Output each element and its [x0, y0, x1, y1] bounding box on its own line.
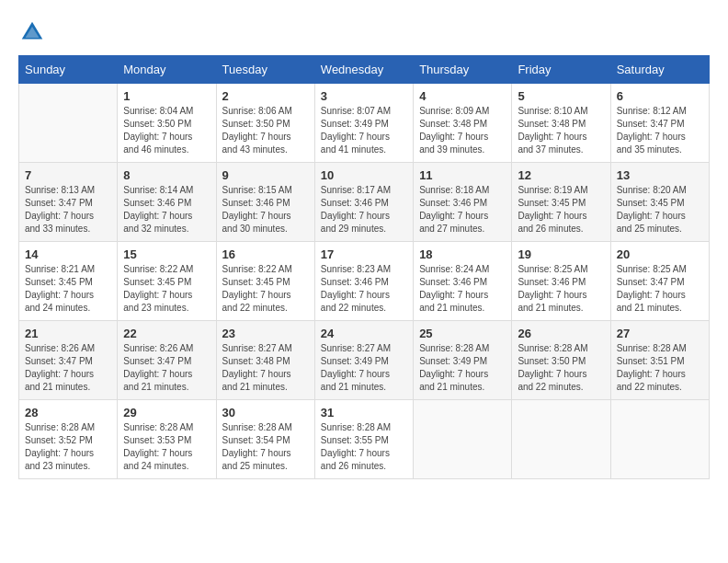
day-info: Sunrise: 8:09 AMSunset: 3:48 PMDaylight:…	[419, 105, 506, 156]
day-number: 22	[123, 327, 210, 340]
calendar-week-row: 21Sunrise: 8:26 AMSunset: 3:47 PMDayligh…	[19, 321, 710, 400]
day-number: 3	[321, 89, 407, 103]
day-info: Sunrise: 8:25 AMSunset: 3:46 PMDaylight:…	[518, 263, 604, 315]
calendar-cell: 19Sunrise: 8:25 AMSunset: 3:46 PMDayligh…	[512, 242, 610, 321]
calendar-cell: 25Sunrise: 8:28 AMSunset: 3:49 PMDayligh…	[414, 321, 512, 400]
day-info: Sunrise: 8:28 AMSunset: 3:53 PMDaylight:…	[123, 421, 210, 473]
day-info: Sunrise: 8:19 AMSunset: 3:45 PMDaylight:…	[518, 184, 604, 236]
day-number: 11	[419, 168, 506, 182]
calendar-cell: 31Sunrise: 8:28 AMSunset: 3:55 PMDayligh…	[314, 400, 413, 479]
day-info: Sunrise: 8:24 AMSunset: 3:46 PMDaylight:…	[419, 263, 506, 315]
calendar-cell: 29Sunrise: 8:28 AMSunset: 3:53 PMDayligh…	[118, 400, 216, 479]
calendar-cell	[512, 400, 610, 479]
day-number: 25	[419, 327, 506, 340]
day-info: Sunrise: 8:28 AMSunset: 3:55 PMDaylight:…	[321, 421, 407, 473]
calendar-cell: 12Sunrise: 8:19 AMSunset: 3:45 PMDayligh…	[512, 163, 610, 242]
calendar-cell: 18Sunrise: 8:24 AMSunset: 3:46 PMDayligh…	[414, 242, 512, 321]
logo	[18, 18, 50, 46]
day-header-sunday: Sunday	[19, 56, 118, 84]
day-number: 1	[123, 89, 210, 103]
day-header-monday: Monday	[118, 56, 216, 84]
day-number: 19	[518, 247, 604, 261]
calendar-cell: 2Sunrise: 8:06 AMSunset: 3:50 PMDaylight…	[216, 84, 314, 163]
day-number: 9	[222, 168, 309, 182]
day-number: 17	[321, 247, 407, 261]
calendar-cell: 14Sunrise: 8:21 AMSunset: 3:45 PMDayligh…	[19, 242, 118, 321]
day-number: 14	[25, 247, 111, 261]
day-number: 5	[518, 89, 604, 103]
day-info: Sunrise: 8:22 AMSunset: 3:45 PMDaylight:…	[123, 263, 210, 315]
day-info: Sunrise: 8:28 AMSunset: 3:49 PMDaylight:…	[419, 342, 506, 394]
calendar-cell: 24Sunrise: 8:27 AMSunset: 3:49 PMDayligh…	[314, 321, 413, 400]
day-info: Sunrise: 8:06 AMSunset: 3:50 PMDaylight:…	[222, 105, 309, 156]
day-info: Sunrise: 8:12 AMSunset: 3:47 PMDaylight:…	[617, 105, 703, 156]
day-info: Sunrise: 8:25 AMSunset: 3:47 PMDaylight:…	[617, 263, 703, 315]
calendar-cell: 22Sunrise: 8:26 AMSunset: 3:47 PMDayligh…	[118, 321, 216, 400]
day-header-tuesday: Tuesday	[216, 56, 314, 84]
calendar-cell: 8Sunrise: 8:14 AMSunset: 3:46 PMDaylight…	[118, 163, 216, 242]
day-header-friday: Friday	[512, 56, 610, 84]
calendar-cell: 1Sunrise: 8:04 AMSunset: 3:50 PMDaylight…	[118, 84, 216, 163]
day-info: Sunrise: 8:20 AMSunset: 3:45 PMDaylight:…	[617, 184, 703, 236]
page-header	[18, 18, 710, 46]
day-info: Sunrise: 8:04 AMSunset: 3:50 PMDaylight:…	[123, 105, 210, 156]
calendar-cell: 20Sunrise: 8:25 AMSunset: 3:47 PMDayligh…	[610, 242, 709, 321]
day-header-wednesday: Wednesday	[314, 56, 413, 84]
calendar-cell: 30Sunrise: 8:28 AMSunset: 3:54 PMDayligh…	[216, 400, 314, 479]
calendar-week-row: 1Sunrise: 8:04 AMSunset: 3:50 PMDaylight…	[19, 84, 710, 163]
day-number: 12	[518, 168, 604, 182]
calendar-cell: 23Sunrise: 8:27 AMSunset: 3:48 PMDayligh…	[216, 321, 314, 400]
day-info: Sunrise: 8:23 AMSunset: 3:46 PMDaylight:…	[321, 263, 407, 315]
day-info: Sunrise: 8:28 AMSunset: 3:52 PMDaylight:…	[25, 421, 111, 473]
day-number: 28	[25, 406, 111, 419]
day-number: 7	[25, 168, 111, 182]
day-header-saturday: Saturday	[610, 56, 709, 84]
calendar-cell	[19, 84, 118, 163]
day-info: Sunrise: 8:10 AMSunset: 3:48 PMDaylight:…	[518, 105, 604, 156]
day-number: 18	[419, 247, 506, 261]
day-number: 15	[123, 247, 210, 261]
day-info: Sunrise: 8:17 AMSunset: 3:46 PMDaylight:…	[321, 184, 407, 236]
calendar-cell: 6Sunrise: 8:12 AMSunset: 3:47 PMDaylight…	[610, 84, 709, 163]
calendar-cell: 3Sunrise: 8:07 AMSunset: 3:49 PMDaylight…	[314, 84, 413, 163]
day-info: Sunrise: 8:13 AMSunset: 3:47 PMDaylight:…	[25, 184, 111, 236]
day-info: Sunrise: 8:15 AMSunset: 3:46 PMDaylight:…	[222, 184, 309, 236]
day-number: 31	[321, 406, 407, 419]
day-number: 4	[419, 89, 506, 103]
day-info: Sunrise: 8:28 AMSunset: 3:51 PMDaylight:…	[617, 342, 703, 394]
calendar-cell: 27Sunrise: 8:28 AMSunset: 3:51 PMDayligh…	[610, 321, 709, 400]
calendar-cell: 13Sunrise: 8:20 AMSunset: 3:45 PMDayligh…	[610, 163, 709, 242]
day-number: 23	[222, 327, 309, 340]
day-number: 10	[321, 168, 407, 182]
day-number: 16	[222, 247, 309, 261]
day-info: Sunrise: 8:27 AMSunset: 3:49 PMDaylight:…	[321, 342, 407, 394]
calendar-cell: 21Sunrise: 8:26 AMSunset: 3:47 PMDayligh…	[19, 321, 118, 400]
day-info: Sunrise: 8:28 AMSunset: 3:50 PMDaylight:…	[518, 342, 604, 394]
calendar-cell: 7Sunrise: 8:13 AMSunset: 3:47 PMDaylight…	[19, 163, 118, 242]
calendar-cell: 26Sunrise: 8:28 AMSunset: 3:50 PMDayligh…	[512, 321, 610, 400]
logo-icon	[18, 18, 46, 46]
day-number: 27	[617, 327, 703, 340]
day-number: 30	[222, 406, 309, 419]
day-info: Sunrise: 8:26 AMSunset: 3:47 PMDaylight:…	[25, 342, 111, 394]
calendar-cell: 5Sunrise: 8:10 AMSunset: 3:48 PMDaylight…	[512, 84, 610, 163]
day-header-thursday: Thursday	[414, 56, 512, 84]
day-number: 24	[321, 327, 407, 340]
day-number: 2	[222, 89, 309, 103]
calendar-week-row: 28Sunrise: 8:28 AMSunset: 3:52 PMDayligh…	[19, 400, 710, 479]
day-info: Sunrise: 8:26 AMSunset: 3:47 PMDaylight:…	[123, 342, 210, 394]
day-info: Sunrise: 8:18 AMSunset: 3:46 PMDaylight:…	[419, 184, 506, 236]
calendar-cell: 9Sunrise: 8:15 AMSunset: 3:46 PMDaylight…	[216, 163, 314, 242]
calendar-cell: 10Sunrise: 8:17 AMSunset: 3:46 PMDayligh…	[314, 163, 413, 242]
calendar-table: SundayMondayTuesdayWednesdayThursdayFrid…	[18, 55, 710, 479]
calendar-cell: 15Sunrise: 8:22 AMSunset: 3:45 PMDayligh…	[118, 242, 216, 321]
calendar-header-row: SundayMondayTuesdayWednesdayThursdayFrid…	[19, 56, 710, 84]
day-info: Sunrise: 8:21 AMSunset: 3:45 PMDaylight:…	[25, 263, 111, 315]
calendar-cell: 11Sunrise: 8:18 AMSunset: 3:46 PMDayligh…	[414, 163, 512, 242]
day-number: 8	[123, 168, 210, 182]
calendar-cell: 28Sunrise: 8:28 AMSunset: 3:52 PMDayligh…	[19, 400, 118, 479]
day-number: 13	[617, 168, 703, 182]
calendar-cell: 17Sunrise: 8:23 AMSunset: 3:46 PMDayligh…	[314, 242, 413, 321]
day-number: 26	[518, 327, 604, 340]
calendar-cell	[610, 400, 709, 479]
